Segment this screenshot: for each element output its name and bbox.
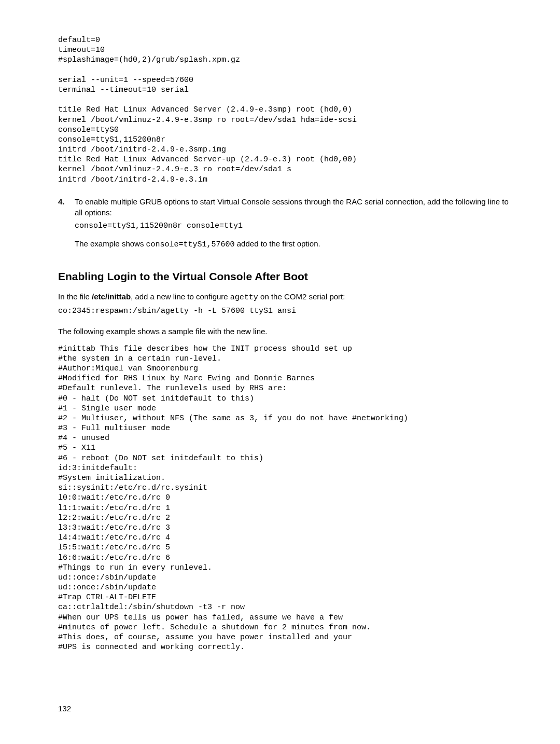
inline-code: console=ttyS1,57600 — [146, 240, 235, 249]
text-mid: , add a new line to configure — [131, 292, 230, 301]
inline-code: agetty — [230, 293, 258, 302]
step-paragraph: To enable multiple GRUB options to start… — [75, 196, 513, 218]
text-prefix: The example shows — [75, 239, 146, 248]
step-body: To enable multiple GRUB options to start… — [75, 196, 513, 253]
document-page: default=0 timeout=10 #splashimage=(hd0,2… — [0, 0, 560, 744]
grub-config-code: default=0 timeout=10 #splashimage=(hd0,2… — [58, 35, 513, 185]
text-suffix: on the COM2 serial port: — [258, 292, 345, 301]
step-list: 4. To enable multiple GRUB options to st… — [58, 196, 513, 253]
step-item-4: 4. To enable multiple GRUB options to st… — [58, 196, 513, 253]
text-suffix: added to the first option. — [235, 239, 320, 248]
step-code: console=ttyS1,115200n8r console=tty1 — [75, 221, 513, 231]
step-number: 4. — [58, 196, 75, 207]
example-lead: The following example shows a sample fil… — [58, 326, 513, 337]
step-paragraph-2: The example shows console=ttyS1,57600 ad… — [75, 238, 513, 250]
intro-paragraph: In the file /etc/inittab, add a new line… — [58, 291, 513, 303]
file-path: /etc/inittab — [92, 292, 131, 301]
inittab-code: #inittab This file describes how the INI… — [58, 344, 513, 653]
section-heading: Enabling Login to the Virtual Console Af… — [58, 269, 513, 284]
agetty-code: co:2345:respawn:/sbin/agetty -h -L 57600… — [58, 306, 513, 316]
text-prefix: In the file — [58, 292, 92, 301]
page-number: 132 — [58, 703, 71, 714]
